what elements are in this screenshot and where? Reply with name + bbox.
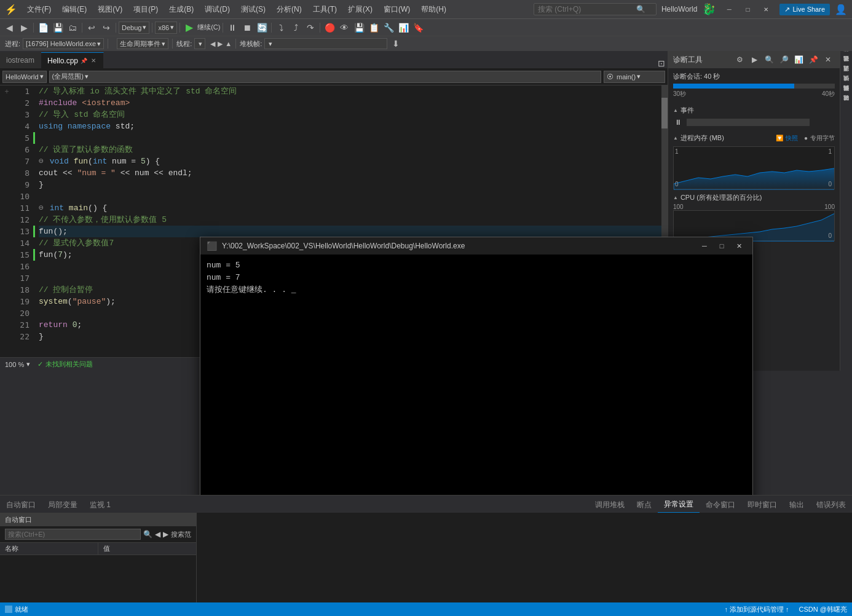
menu-test[interactable]: 测试(S) (236, 2, 270, 17)
scope-project-dropdown[interactable]: HelloWorld ▾ (2, 71, 47, 83)
menu-tools[interactable]: 工具(T) (308, 2, 342, 17)
vtab-immediate[interactable]: 即时调试器 (841, 100, 851, 110)
diag-chart-btn[interactable]: 📊 (792, 53, 805, 66)
platform-label: x86 (158, 24, 169, 31)
watch-button[interactable]: 👁 (337, 21, 351, 34)
new-file-button[interactable]: 📄 (36, 21, 50, 34)
tab-errors[interactable]: 错误列表 (810, 497, 852, 513)
add-breakpoint-hint[interactable]: + (0, 85, 14, 97)
auto-nav-back[interactable]: ◀ (155, 530, 160, 539)
vtab-snapshot[interactable]: 快照调试 (841, 81, 851, 90)
auto-search-input[interactable] (5, 529, 141, 540)
menu-window[interactable]: 窗口(W) (379, 2, 415, 17)
vtab-graph[interactable]: 图解解码调试器 (841, 90, 851, 100)
search-input[interactable] (538, 5, 636, 14)
stop-button[interactable]: ⏹ (240, 21, 254, 34)
disasm-button[interactable]: 🔧 (382, 21, 395, 34)
tab-output[interactable]: 输出 (783, 497, 810, 513)
auto-nav-forward[interactable]: ▶ (163, 530, 168, 539)
thread-dropdown[interactable]: ▾ (194, 38, 205, 49)
profile-icon[interactable]: 👤 (835, 4, 847, 15)
tab-breakpoints[interactable]: 断点 (631, 497, 658, 513)
lifecycle-dropdown[interactable]: 生命周期事件 ▾ (117, 38, 168, 49)
split-editor-button[interactable]: ⊡ (658, 58, 665, 68)
tab-watch1[interactable]: 监视 1 (84, 497, 117, 513)
zoom-control[interactable]: 100 % ▾ (5, 360, 30, 368)
tab-locals[interactable]: 局部变量 (42, 497, 84, 513)
tab-immediate[interactable]: 即时窗口 (741, 497, 783, 513)
platform-dropdown[interactable]: x86 ▾ (155, 22, 177, 34)
scope-right-dropdown[interactable]: ⦿ main() ▾ (604, 71, 665, 83)
menu-file[interactable]: 文件(F) (22, 2, 56, 17)
scope-middle-dropdown[interactable]: (全局范围) ▾ (49, 71, 601, 83)
menu-help[interactable]: 帮助(H) (416, 2, 451, 17)
console-close-btn[interactable]: ✕ (732, 239, 746, 253)
config-dropdown[interactable]: Debug ▾ (119, 22, 149, 34)
diag-pin-btn[interactable]: 📌 (807, 53, 820, 66)
vtab-remote[interactable]: 远程调试器 (841, 61, 851, 71)
mem1-button[interactable]: 💾 (352, 21, 366, 34)
nav-up[interactable]: ▲ (225, 40, 232, 47)
search-bar[interactable]: 🔍 (534, 3, 657, 15)
console-minimize-btn[interactable]: ─ (697, 239, 712, 253)
tab-command[interactable]: 命令窗口 (700, 497, 741, 513)
redo-button[interactable]: ↪ (100, 21, 113, 34)
memory-header[interactable]: ▲ 进程内存 (MB) 🔽 快照 ● 专用字节 (673, 132, 835, 144)
add-to-source-label[interactable]: ↑ 添加到源代码管理 ↑ (724, 605, 789, 614)
save-all-button[interactable]: 🗂 (66, 21, 79, 34)
diag-forward-btn[interactable]: ▶ (747, 53, 761, 66)
step-out-button[interactable]: ⤴ (289, 21, 302, 34)
vtab-perf[interactable]: 性能探测器 (841, 51, 851, 61)
step-over-button[interactable]: ⏸ (226, 21, 239, 34)
diag-close-btn[interactable]: ✕ (821, 53, 835, 66)
tab-iostream[interactable]: iostream (0, 52, 41, 68)
minimize-button[interactable]: ─ (720, 3, 738, 15)
nav-back[interactable]: ◀ (210, 40, 215, 48)
breakpoints-button[interactable]: 🔴 (323, 21, 336, 34)
mem2-button[interactable]: 📋 (367, 21, 381, 34)
menu-edit[interactable]: 编辑(E) (57, 2, 92, 17)
step-over2-button[interactable]: ↷ (304, 21, 317, 34)
register-button[interactable]: 📊 (396, 21, 410, 34)
tab-callstack[interactable]: 调用堆栈 (589, 497, 631, 513)
vtab-history[interactable]: 历史调试器 (841, 71, 851, 81)
editor-scrollbar-thumb[interactable] (661, 98, 668, 128)
nav-forward[interactable]: ▶ (218, 40, 223, 48)
cpu-header[interactable]: ▲ CPU (所有处理器的百分比) (673, 193, 835, 202)
memory-right-min-label: 0 (828, 181, 832, 188)
continue-button[interactable]: ▶ (183, 21, 196, 34)
step-into-button[interactable]: ⤵ (274, 21, 288, 34)
restart-button[interactable]: 🔄 (255, 21, 269, 34)
diag-settings-btn[interactable]: ⚙ (733, 53, 746, 66)
maximize-button[interactable]: □ (739, 3, 756, 15)
expand-icon[interactable]: ⬇ (392, 39, 400, 49)
save-button[interactable]: 💾 (51, 21, 65, 34)
tab-close-button[interactable]: ✕ (90, 57, 97, 65)
forward-button[interactable]: ▶ (17, 21, 31, 34)
menu-debug[interactable]: 调试(D) (200, 2, 235, 17)
tab-exceptions[interactable]: 异常设置 (658, 497, 700, 513)
memory-min-label: 0 (675, 181, 679, 188)
bookmark-button[interactable]: 🔖 (411, 21, 425, 34)
menu-analyze[interactable]: 分析(N) (272, 2, 307, 17)
menu-project[interactable]: 项目(P) (128, 2, 163, 17)
memory-snapshot-label: 快照 (786, 134, 798, 143)
callstack-label: 堆栈帧: (240, 39, 262, 49)
callstack-dropdown[interactable]: ▾ (264, 38, 387, 49)
events-header[interactable]: ▲ 事件 (673, 105, 835, 116)
events-pause-btn[interactable]: ⏸ (673, 117, 683, 127)
back-button[interactable]: ◀ (2, 21, 16, 34)
tab-auto[interactable]: 自动窗口 (0, 497, 42, 513)
undo-button[interactable]: ↩ (85, 21, 98, 34)
diag-zoom-out-btn[interactable]: 🔎 (777, 53, 791, 66)
code-line-13: fun(); (39, 226, 661, 237)
live-share-button[interactable]: ↗ Live Share (779, 4, 830, 15)
tab-hellocpp[interactable]: Hello.cpp 📌 ✕ (41, 52, 104, 68)
process-dropdown[interactable]: [16796] HelloWorld.exe ▾ (23, 38, 104, 49)
menu-extensions[interactable]: 扩展(X) (343, 2, 377, 17)
close-button[interactable]: ✕ (757, 3, 775, 15)
menu-build[interactable]: 生成(B) (164, 2, 199, 17)
menu-view[interactable]: 视图(V) (93, 2, 127, 17)
console-restore-btn[interactable]: □ (714, 239, 729, 253)
diag-zoom-in-btn[interactable]: 🔍 (762, 53, 776, 66)
